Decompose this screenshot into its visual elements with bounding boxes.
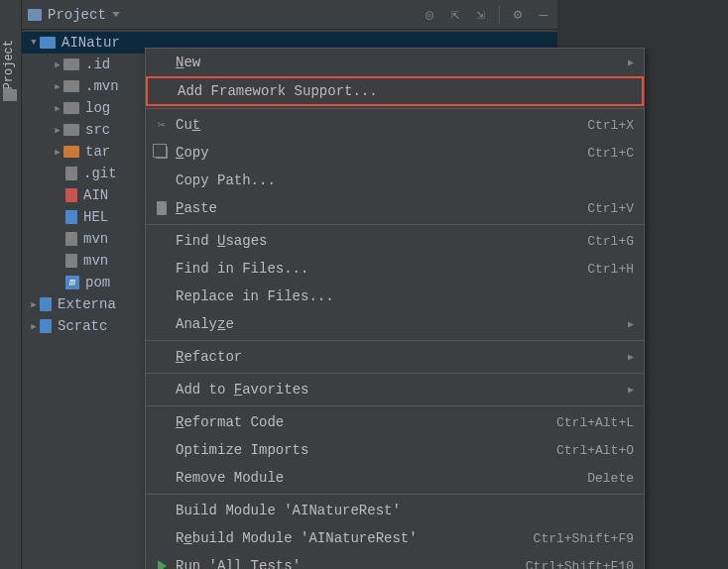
copy-icon <box>156 147 168 159</box>
folder-icon <box>63 102 79 114</box>
menu-find-in-files[interactable]: Find in Files... Ctrl+H <box>146 255 644 283</box>
menu-separator <box>146 224 644 225</box>
menu-refactor[interactable]: Refactor ▶ <box>146 343 644 371</box>
submenu-arrow-icon: ▶ <box>628 351 634 363</box>
menu-shortcut: Ctrl+Shift+F9 <box>534 531 634 546</box>
tree-item-label: mvn <box>83 253 108 269</box>
menu-add-favorites[interactable]: Add to Favorites ▶ <box>146 376 644 403</box>
menu-separator <box>146 405 644 406</box>
menu-shortcut: Ctrl+X <box>587 118 634 133</box>
menu-paste[interactable]: Paste Ctrl+V <box>146 194 644 222</box>
menu-new[interactable]: New ▶ <box>146 49 644 76</box>
libraries-icon <box>40 297 52 311</box>
dropdown-arrow-icon[interactable] <box>112 12 120 17</box>
menu-optimize-imports[interactable]: Optimize Imports Ctrl+Alt+O <box>146 436 644 464</box>
tree-item-label: HEL <box>83 209 108 225</box>
module-folder-icon <box>40 37 56 49</box>
tree-item-label: pom <box>85 275 110 290</box>
menu-label: Remove Module <box>176 470 587 486</box>
menu-shortcut: Ctrl+Alt+L <box>556 415 634 430</box>
menu-copy-path[interactable]: Copy Path... <box>146 167 644 194</box>
chevron-right-icon[interactable] <box>28 298 40 310</box>
submenu-arrow-icon: ▶ <box>628 318 634 330</box>
folder-icon <box>63 80 79 92</box>
tree-item-label: .mvn <box>85 78 119 94</box>
menu-build-module[interactable]: Build Module 'AINatureRest' <box>146 497 644 524</box>
project-tool-window-tab[interactable]: Project <box>0 0 22 569</box>
tree-item-label: mvn <box>83 231 108 247</box>
project-toolbar: Project ◎ ⇱ ⇲ ⚙ — <box>22 0 557 30</box>
folder-icon <box>63 124 79 136</box>
folder-icon <box>63 58 79 70</box>
tree-item-label: .git <box>83 166 117 181</box>
md-file-icon <box>65 210 77 224</box>
toolbar-separator <box>499 6 500 24</box>
menu-label: Copy Path... <box>176 172 634 188</box>
submenu-arrow-icon: ▶ <box>628 384 634 396</box>
chevron-right-icon[interactable] <box>52 124 63 136</box>
context-menu: New ▶ Add Framework Support... ✂ Cut Ctr… <box>145 48 645 569</box>
tree-item-label: AINatur <box>61 35 120 51</box>
tree-item-label: .id <box>85 57 110 72</box>
menu-analyze[interactable]: Analyze ▶ <box>146 310 644 338</box>
expand-icon[interactable]: ⇱ <box>447 7 463 23</box>
menu-label: Build Module 'AINatureRest' <box>176 503 634 518</box>
scissors-icon: ✂ <box>158 117 166 133</box>
gear-icon[interactable]: ⚙ <box>510 7 526 23</box>
chevron-down-icon[interactable] <box>28 37 40 49</box>
menu-label: Find in Files... <box>176 261 587 277</box>
file-icon <box>65 167 77 180</box>
file-icon <box>65 254 77 268</box>
target-folder-icon <box>63 146 79 158</box>
iml-file-icon <box>65 188 77 202</box>
tree-item-label: Externa <box>58 296 116 312</box>
maven-icon: m <box>65 276 79 289</box>
chevron-right-icon[interactable] <box>52 80 63 92</box>
menu-separator <box>146 373 644 374</box>
menu-run-all-tests[interactable]: Run 'All Tests' Ctrl+Shift+F10 <box>146 552 644 569</box>
menu-shortcut: Ctrl+V <box>587 201 634 216</box>
menu-replace-in-files[interactable]: Replace in Files... <box>146 283 644 310</box>
project-icon <box>28 9 42 21</box>
menu-separator <box>146 108 644 109</box>
tree-item-label: AIN <box>83 187 108 203</box>
tree-item-label: tar <box>85 144 110 160</box>
menu-separator <box>146 494 644 495</box>
chevron-right-icon[interactable] <box>28 320 40 332</box>
tree-item-label: log <box>85 100 110 116</box>
menu-shortcut: Ctrl+Shift+F10 <box>526 559 634 570</box>
submenu-arrow-icon: ▶ <box>628 57 634 68</box>
menu-copy[interactable]: Copy Ctrl+C <box>146 139 644 167</box>
menu-shortcut: Ctrl+C <box>587 146 634 161</box>
chevron-right-icon[interactable] <box>52 146 63 158</box>
menu-reformat-code[interactable]: Reformat Code Ctrl+Alt+L <box>146 408 644 436</box>
folder-icon <box>3 89 17 101</box>
clipboard-icon <box>157 201 167 215</box>
tree-item-label: Scratc <box>58 318 107 334</box>
menu-label: Add Framework Support... <box>178 83 632 99</box>
target-icon[interactable]: ◎ <box>422 7 437 23</box>
menu-shortcut: Delete <box>587 471 634 486</box>
minimize-icon[interactable]: — <box>536 7 551 23</box>
menu-shortcut: Ctrl+Alt+O <box>556 443 634 458</box>
menu-cut[interactable]: ✂ Cut Ctrl+X <box>146 111 644 139</box>
collapse-icon[interactable]: ⇲ <box>473 7 489 23</box>
menu-rebuild-module[interactable]: Rebuild Module 'AINatureRest' Ctrl+Shift… <box>146 524 644 552</box>
menu-find-usages[interactable]: Find Usages Ctrl+G <box>146 227 644 255</box>
menu-shortcut: Ctrl+H <box>587 262 634 277</box>
file-icon <box>65 232 77 246</box>
menu-separator <box>146 340 644 341</box>
tree-item-label: src <box>85 122 110 138</box>
menu-label: Replace in Files... <box>176 288 634 304</box>
chevron-right-icon[interactable] <box>52 58 63 70</box>
chevron-right-icon[interactable] <box>52 102 63 114</box>
menu-label: Optimize Imports <box>176 442 556 458</box>
menu-shortcut: Ctrl+G <box>587 234 634 249</box>
toolbar-title: Project <box>48 7 106 23</box>
menu-add-framework-support[interactable]: Add Framework Support... <box>146 76 644 106</box>
menu-remove-module[interactable]: Remove Module Delete <box>146 464 644 492</box>
play-icon <box>158 560 167 569</box>
project-tab-label: Project <box>2 40 16 89</box>
scratches-icon <box>40 319 52 333</box>
